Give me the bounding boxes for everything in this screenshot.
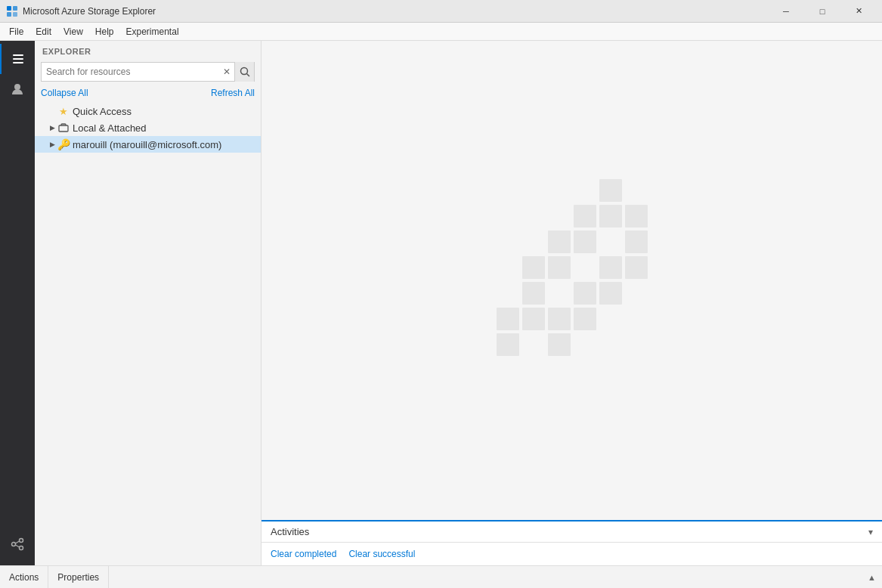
menu-experimental[interactable]: Experimental [120, 25, 185, 39]
tree-item-quick-access[interactable]: ★ Quick Access [35, 103, 261, 119]
svg-line-14 [246, 74, 249, 77]
tree-item-marouill[interactable]: ▶ 🔑 marouill (marouill@microsoft.com) [35, 136, 261, 153]
sidebar-bottom [0, 529, 35, 559]
explorer-actions: Collapse All Refresh All [35, 86, 261, 103]
quick-access-label: Quick Access [73, 106, 132, 117]
activities-header: Activities ▾ [262, 521, 882, 543]
svg-rect-3 [13, 12, 17, 17]
local-attached-icon [57, 122, 70, 134]
svg-point-13 [240, 68, 247, 75]
marouill-arrow: ▶ [47, 139, 57, 150]
menu-view[interactable]: View [57, 25, 89, 39]
svg-rect-2 [7, 12, 11, 17]
window-controls: ─ □ ✕ [769, 0, 876, 23]
menu-edit[interactable]: Edit [29, 25, 57, 39]
svg-point-8 [12, 543, 16, 546]
explorer-header: EXPLORER [35, 41, 261, 59]
tree-item-local-attached[interactable]: ▶ Local & Attached [35, 119, 261, 136]
bottom-tab-actions[interactable]: Actions [0, 566, 48, 589]
bottom-bar: Actions Properties ▲ [0, 565, 882, 588]
main-container: EXPLORER ✕ Collapse All Refresh All ★ Qu… [0, 41, 882, 565]
maximize-button[interactable]: □ [805, 0, 840, 23]
quick-access-arrow [47, 106, 57, 116]
svg-rect-5 [13, 58, 23, 60]
marouill-icon: 🔑 [57, 138, 70, 150]
content-area: Activities ▾ Clear completed Clear succe… [262, 41, 882, 565]
sidebar-explorer-icon[interactable] [0, 44, 35, 74]
title-bar: Microsoft Azure Storage Explorer ─ □ ✕ [0, 0, 882, 23]
search-clear-button[interactable]: ✕ [219, 62, 234, 82]
menu-help[interactable]: Help [89, 25, 120, 39]
search-box: ✕ [41, 62, 255, 82]
svg-rect-15 [59, 125, 68, 132]
svg-rect-1 [13, 6, 17, 11]
activities-actions: Clear completed Clear successful [262, 543, 882, 565]
bottom-tab-actions-label: Actions [9, 572, 39, 583]
clear-completed-button[interactable]: Clear completed [271, 549, 336, 559]
activities-title: Activities [271, 526, 309, 537]
menu-file[interactable]: File [3, 25, 29, 39]
collapse-all-button[interactable]: Collapse All [41, 88, 88, 98]
svg-point-9 [20, 539, 23, 543]
minimize-button[interactable]: ─ [769, 0, 803, 23]
refresh-all-button[interactable]: Refresh All [211, 88, 255, 98]
sidebar-connect-icon[interactable] [0, 529, 35, 559]
activities-chevron-icon[interactable]: ▾ [868, 527, 873, 537]
svg-line-11 [16, 541, 20, 543]
marouill-label: marouill (marouill@microsoft.com) [73, 139, 221, 150]
svg-line-12 [16, 545, 20, 547]
bottom-tab-properties-label: Properties [57, 572, 99, 583]
app-title: Microsoft Azure Storage Explorer [23, 6, 769, 17]
activities-panel: Activities ▾ Clear completed Clear succe… [262, 520, 882, 565]
bottom-bar-chevron[interactable]: ▲ [868, 573, 882, 582]
explorer-panel: EXPLORER ✕ Collapse All Refresh All ★ Qu… [35, 41, 262, 565]
sidebar-account-icon[interactable] [0, 74, 35, 104]
azure-logo-decoration [497, 179, 648, 382]
svg-point-10 [20, 546, 23, 550]
svg-rect-0 [7, 6, 11, 11]
clear-successful-button[interactable]: Clear successful [348, 549, 415, 559]
tree: ★ Quick Access ▶ Local & Attached ▶ 🔑 ma… [35, 103, 261, 565]
svg-rect-4 [13, 54, 23, 56]
search-input[interactable] [42, 67, 219, 77]
icon-sidebar [0, 41, 35, 565]
svg-rect-6 [13, 62, 23, 63]
content-main [262, 41, 882, 520]
app-icon [6, 5, 18, 17]
menu-bar: File Edit View Help Experimental [0, 23, 882, 41]
close-button[interactable]: ✕ [841, 0, 876, 23]
quick-access-icon: ★ [57, 105, 70, 117]
search-submit-button[interactable] [234, 62, 254, 82]
bottom-tab-properties[interactable]: Properties [48, 566, 109, 589]
local-attached-label: Local & Attached [73, 122, 147, 134]
local-attached-arrow: ▶ [47, 122, 57, 133]
svg-point-7 [14, 84, 20, 90]
